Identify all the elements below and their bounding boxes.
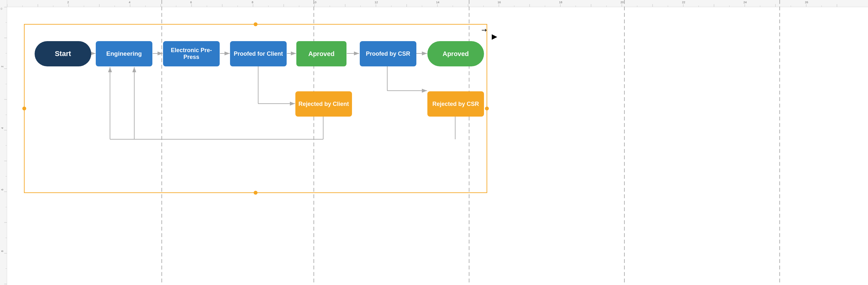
ruler-left [0, 0, 7, 285]
handle-left [22, 107, 26, 110]
node-rejected-by-csr-label: Rejected by CSR [432, 101, 479, 108]
node-rejected-by-csr[interactable]: Rejected by CSR [427, 91, 484, 117]
handle-right [485, 107, 489, 110]
handle-bottom [254, 191, 257, 195]
handle-top [254, 22, 257, 26]
node-engineering-label: Engineering [106, 50, 142, 57]
node-rejected-by-client-label: Rejected by Client [298, 101, 349, 108]
node-aproved-1[interactable]: Aproved [296, 41, 346, 66]
node-proofed-by-csr-label: Proofed by CSR [366, 51, 410, 57]
ruler-top [0, 0, 868, 7]
node-start-label: Start [55, 50, 71, 58]
node-rejected-by-client[interactable]: Rejected by Client [296, 91, 352, 117]
node-proofed-for-client-label: Proofed for Client [234, 51, 283, 57]
node-aproved-2-label: Aproved [442, 50, 469, 58]
node-aproved-2[interactable]: Aproved [427, 41, 484, 66]
node-electronic-pre-press[interactable]: Electronic Pre-Press [163, 41, 220, 66]
node-engineering[interactable]: Engineering [96, 41, 152, 66]
node-aproved-1-label: Aproved [308, 50, 335, 58]
resize-handle-icon[interactable]: ↖ [479, 26, 489, 35]
node-start[interactable]: Start [35, 41, 91, 66]
node-proofed-by-csr[interactable]: Proofed by CSR [360, 41, 416, 66]
cursor-pointer: ▶ [492, 32, 497, 41]
node-electronic-pre-press-label: Electronic Pre-Press [163, 47, 220, 61]
node-proofed-for-client[interactable]: Proofed for Client [230, 41, 287, 66]
canvas: Start Engineering Electronic Pre-Press P… [0, 0, 868, 285]
